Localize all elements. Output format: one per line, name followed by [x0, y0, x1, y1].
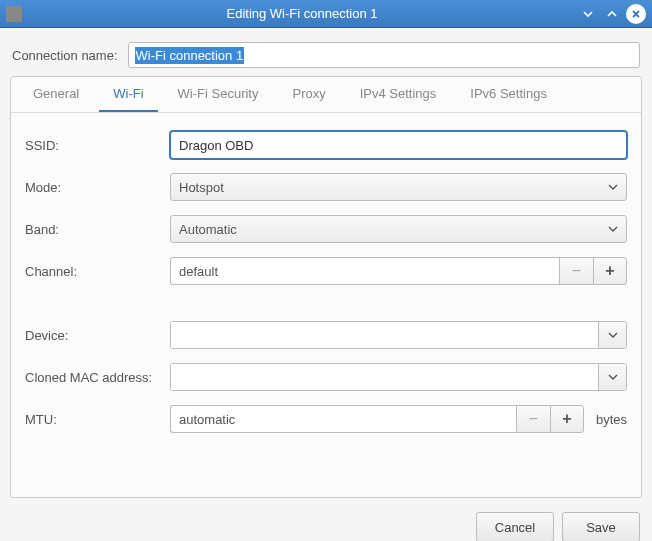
chevron-down-icon: [608, 226, 618, 232]
window-buttons: [578, 4, 646, 24]
app-icon: [6, 6, 22, 22]
cloned-mac-input[interactable]: [171, 364, 598, 390]
band-label: Band:: [25, 222, 170, 237]
save-button[interactable]: Save: [562, 512, 640, 541]
footer: Cancel Save: [0, 498, 652, 541]
chevron-down-icon: [608, 332, 618, 338]
mtu-label: MTU:: [25, 412, 170, 427]
band-value: Automatic: [179, 222, 237, 237]
chevron-down-icon: [582, 8, 594, 20]
titlebar: Editing Wi-Fi connection 1: [0, 0, 652, 28]
tabs: General Wi-Fi Wi-Fi Security Proxy IPv4 …: [11, 77, 641, 113]
ssid-label: SSID:: [25, 138, 170, 153]
device-input[interactable]: [171, 322, 598, 348]
mtu-increment[interactable]: +: [550, 405, 584, 433]
band-row: Band: Automatic: [25, 215, 627, 243]
chevron-up-icon: [606, 8, 618, 20]
tab-general[interactable]: General: [19, 77, 93, 112]
channel-spinner: − +: [170, 257, 627, 285]
channel-decrement[interactable]: −: [559, 257, 593, 285]
close-icon: [631, 9, 641, 19]
cloned-mac-label: Cloned MAC address:: [25, 370, 170, 385]
connection-name-label: Connection name:: [12, 48, 118, 63]
channel-label: Channel:: [25, 264, 170, 279]
tab-body-wifi: SSID: Mode: Hotspot Band: Automatic: [11, 113, 641, 497]
chevron-down-icon: [608, 374, 618, 380]
channel-increment[interactable]: +: [593, 257, 627, 285]
tab-container: General Wi-Fi Wi-Fi Security Proxy IPv4 …: [10, 76, 642, 498]
device-dropdown-button[interactable]: [598, 322, 626, 348]
cancel-button[interactable]: Cancel: [476, 512, 554, 541]
tab-ipv4[interactable]: IPv4 Settings: [346, 77, 451, 112]
cloned-mac-row: Cloned MAC address:: [25, 363, 627, 391]
mtu-decrement[interactable]: −: [516, 405, 550, 433]
device-combo[interactable]: [170, 321, 627, 349]
band-select[interactable]: Automatic: [170, 215, 627, 243]
cloned-mac-combo[interactable]: [170, 363, 627, 391]
mtu-row: MTU: − + bytes: [25, 405, 627, 433]
connection-name-input[interactable]: Wi-Fi connection 1: [128, 42, 640, 68]
tab-wifi-security[interactable]: Wi-Fi Security: [164, 77, 273, 112]
mtu-spinner: − +: [170, 405, 584, 433]
ssid-input[interactable]: [170, 131, 627, 159]
bottom-spacer: [25, 447, 627, 487]
mtu-input[interactable]: [170, 405, 516, 433]
mode-row: Mode: Hotspot: [25, 173, 627, 201]
mode-select[interactable]: Hotspot: [170, 173, 627, 201]
tab-wifi[interactable]: Wi-Fi: [99, 77, 157, 112]
close-button[interactable]: [626, 4, 646, 24]
channel-input[interactable]: [170, 257, 559, 285]
device-label: Device:: [25, 328, 170, 343]
chevron-down-icon: [608, 184, 618, 190]
connection-name-row: Connection name: Wi-Fi connection 1: [0, 28, 652, 76]
device-row: Device:: [25, 321, 627, 349]
connection-name-value: Wi-Fi connection 1: [135, 47, 245, 64]
channel-row: Channel: − +: [25, 257, 627, 285]
mode-value: Hotspot: [179, 180, 224, 195]
tab-ipv6[interactable]: IPv6 Settings: [456, 77, 561, 112]
spacer: [25, 299, 627, 321]
maximize-button[interactable]: [602, 4, 622, 24]
cloned-mac-dropdown-button[interactable]: [598, 364, 626, 390]
mtu-suffix: bytes: [590, 412, 627, 427]
tab-proxy[interactable]: Proxy: [278, 77, 339, 112]
ssid-row: SSID:: [25, 131, 627, 159]
minimize-button[interactable]: [578, 4, 598, 24]
window-title: Editing Wi-Fi connection 1: [26, 6, 578, 21]
mode-label: Mode:: [25, 180, 170, 195]
